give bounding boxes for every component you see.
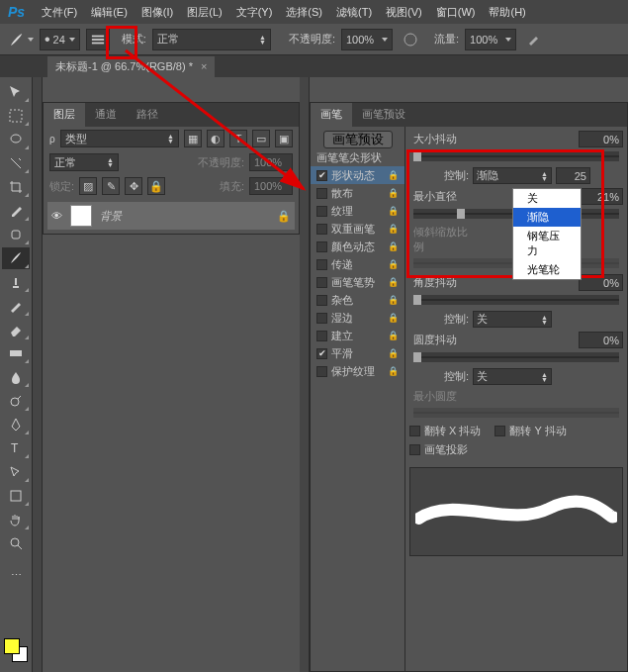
pressure-opacity-icon[interactable]: [403, 28, 418, 51]
brush-option-3[interactable]: 双重画笔🔒: [311, 220, 404, 238]
layer-name[interactable]: 背景: [100, 209, 122, 224]
tab-close-icon[interactable]: ×: [201, 60, 207, 72]
tab-brush-presets[interactable]: 画笔预设: [352, 103, 415, 127]
brush-option-checkbox[interactable]: [316, 277, 327, 288]
tool-lasso[interactable]: [2, 129, 30, 150]
tool-dodge[interactable]: [2, 390, 30, 412]
menu-type[interactable]: 文字(Y): [229, 0, 280, 24]
tab-layers[interactable]: 图层: [44, 103, 85, 127]
tool-heal[interactable]: [2, 224, 30, 245]
layer-thumbnail[interactable]: [70, 205, 92, 227]
tab-channels[interactable]: 通道: [85, 103, 127, 127]
dropdown-option-off[interactable]: 关: [513, 189, 581, 208]
brush-option-7[interactable]: 杂色🔒: [311, 291, 404, 309]
brush-size-picker[interactable]: • 24: [40, 29, 80, 50]
lock-paint-icon[interactable]: ✎: [102, 177, 120, 195]
brush-tip-shape[interactable]: 画笔笔尖形状: [311, 148, 404, 166]
brush-option-8[interactable]: 湿边🔒: [311, 309, 404, 327]
blend-mode-select[interactable]: 正常 ▲▼: [49, 153, 119, 171]
dropdown-option-fade[interactable]: 渐隐: [513, 208, 581, 227]
tool-wand[interactable]: [2, 152, 30, 174]
brush-option-10[interactable]: 平滑🔒: [311, 344, 404, 362]
brush-option-checkbox[interactable]: [316, 313, 327, 324]
tool-path-select[interactable]: [2, 461, 30, 483]
tool-type[interactable]: T: [2, 437, 30, 459]
brush-option-checkbox[interactable]: [316, 170, 327, 181]
brush-option-checkbox[interactable]: [316, 348, 327, 359]
fg-color-swatch[interactable]: [4, 638, 20, 654]
opacity-input[interactable]: 100%: [341, 29, 393, 50]
control-dropdown-menu[interactable]: 关 渐隐 钢笔压力 光笔轮: [512, 188, 582, 280]
menu-view[interactable]: 视图(V): [379, 0, 429, 24]
brush-option-checkbox[interactable]: [316, 224, 327, 235]
layer-kind-filter[interactable]: 类型 ▲▼: [60, 130, 179, 147]
tool-preset[interactable]: [8, 28, 34, 51]
tool-crop[interactable]: [2, 176, 30, 198]
brush-option-checkbox[interactable]: [316, 259, 327, 270]
brush-option-1[interactable]: 散布🔒: [311, 184, 404, 202]
tool-move[interactable]: [2, 81, 30, 103]
menu-select[interactable]: 选择(S): [279, 0, 329, 24]
eye-icon[interactable]: 👁: [51, 210, 62, 222]
filter-shape-icon[interactable]: ▭: [252, 130, 270, 147]
brush-option-checkbox[interactable]: [316, 188, 327, 199]
layer-fill-input[interactable]: 100%: [249, 177, 293, 195]
filter-smart-icon[interactable]: ▣: [275, 130, 293, 147]
tool-pen[interactable]: [2, 414, 30, 435]
flip-x-checkbox[interactable]: 翻转 X 抖动: [409, 424, 481, 438]
menu-filter[interactable]: 滤镜(T): [329, 0, 379, 24]
filter-adjust-icon[interactable]: ◐: [207, 130, 224, 147]
dropdown-option-pen-pressure[interactable]: 钢笔压力: [513, 227, 581, 260]
airbrush-icon[interactable]: [526, 28, 542, 51]
brush-option-5[interactable]: 传递🔒: [311, 255, 404, 273]
dropdown-option-stylus-wheel[interactable]: 光笔轮: [513, 260, 581, 279]
brush-option-checkbox[interactable]: [316, 295, 327, 306]
roundness-jitter-slider[interactable]: [413, 352, 619, 362]
control-select-3[interactable]: 关 ▲▼: [473, 368, 552, 385]
tool-marquee[interactable]: [2, 105, 30, 127]
tool-brush[interactable]: [2, 247, 30, 269]
menu-image[interactable]: 图像(I): [135, 0, 180, 24]
brush-option-4[interactable]: 颜色动态🔒: [311, 238, 404, 255]
menu-help[interactable]: 帮助(H): [482, 0, 532, 24]
lock-trans-icon[interactable]: ▨: [79, 177, 97, 195]
lock-pos-icon[interactable]: ✥: [125, 177, 142, 195]
mode-select[interactable]: 正常 ▲▼: [152, 29, 271, 50]
brush-preset-button[interactable]: 画笔预设: [323, 131, 393, 148]
brush-option-checkbox[interactable]: [316, 331, 327, 341]
menu-file[interactable]: 文件(F): [35, 0, 84, 24]
brush-option-11[interactable]: 保护纹理🔒: [311, 362, 404, 380]
brush-projection-checkbox[interactable]: 画笔投影: [409, 442, 468, 457]
brush-option-0[interactable]: 形状动态🔒: [311, 166, 404, 184]
brush-option-checkbox[interactable]: [316, 206, 327, 217]
tool-zoom[interactable]: [2, 532, 30, 554]
angle-jitter-slider[interactable]: [413, 295, 619, 305]
flow-input[interactable]: 100%: [465, 29, 516, 50]
brush-option-2[interactable]: 纹理🔒: [311, 202, 404, 220]
layer-row[interactable]: 👁 背景 🔒: [47, 202, 295, 230]
roundness-jitter-value[interactable]: 0%: [579, 332, 623, 348]
menu-layer[interactable]: 图层(L): [180, 0, 228, 24]
lock-all-icon[interactable]: 🔒: [147, 177, 165, 195]
brush-option-checkbox[interactable]: [316, 366, 327, 377]
menu-window[interactable]: 窗口(W): [429, 0, 483, 24]
tool-blur[interactable]: [2, 366, 30, 388]
layer-opacity-input[interactable]: 100%: [249, 153, 293, 171]
size-jitter-value[interactable]: 0%: [579, 131, 623, 147]
tool-stamp[interactable]: [2, 271, 30, 293]
brush-option-checkbox[interactable]: [316, 241, 327, 252]
tab-paths[interactable]: 路径: [127, 103, 168, 127]
tool-hand[interactable]: [2, 509, 30, 530]
filter-type-icon[interactable]: T: [229, 130, 247, 147]
filter-pixel-icon[interactable]: ▦: [184, 130, 202, 147]
tool-gradient[interactable]: [2, 342, 30, 364]
flip-y-checkbox[interactable]: 翻转 Y 抖动: [494, 424, 566, 438]
color-swatches[interactable]: [2, 636, 30, 664]
brush-option-6[interactable]: 画笔笔势🔒: [311, 273, 404, 291]
tool-eraser[interactable]: [2, 319, 30, 340]
menu-edit[interactable]: 编辑(E): [84, 0, 135, 24]
tool-eyedropper[interactable]: [2, 200, 30, 222]
control-select-2[interactable]: 关 ▲▼: [473, 311, 552, 328]
brush-option-9[interactable]: 建立🔒: [311, 327, 404, 344]
tool-history-brush[interactable]: [2, 295, 30, 317]
